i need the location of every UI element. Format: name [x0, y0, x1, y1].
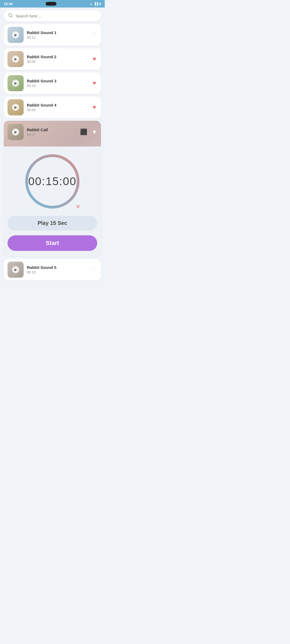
sound-info-5: Rabbit Sound 5 00:15 — [27, 265, 86, 274]
sound-info-4: Rabbit Sound 4 00:04 — [27, 103, 88, 112]
timer-display: 00:15:00 — [28, 175, 77, 188]
play-btn-4[interactable]: ▶ — [12, 104, 19, 111]
favorite-btn-1[interactable]: ♡ — [90, 30, 97, 39]
signal-icon: ▐▐ — [94, 2, 98, 5]
stop-btn[interactable]: ⬛ — [79, 127, 88, 137]
sound-item-1[interactable]: ▶ Rabbit Sound 1 00:12 ♡ — [4, 24, 101, 46]
favorite-btn-call[interactable]: ♥ — [92, 127, 97, 137]
play-btn-3[interactable]: ▶ — [12, 80, 19, 87]
sound-duration-5: 00:15 — [27, 270, 86, 274]
favorite-btn-5[interactable]: ♡ — [90, 265, 97, 274]
sound-thumb-4: ▶ — [8, 99, 24, 115]
main-content: ▶ Rabbit Sound 1 00:12 ♡ ▶ Rabbit Sound … — [0, 8, 105, 284]
sound-item-3[interactable]: ▶ Rabbit Sound 3 00:15 ♥ — [4, 72, 101, 94]
wifi-icon: ▲ — [90, 2, 93, 5]
close-timer-btn[interactable]: ✕ — [76, 203, 80, 210]
play-btn-call[interactable]: ▶ — [12, 129, 19, 136]
favorite-btn-3[interactable]: ♥ — [92, 79, 97, 88]
active-card-header: ▶ Rabbit Call 00:07 ⬛ ♥ — [4, 121, 101, 143]
search-icon — [8, 13, 13, 19]
sound-name-3: Rabbit Sound 3 — [27, 79, 88, 83]
status-icons: ▲ ▐▐ ▮ — [90, 2, 101, 6]
sound-duration-3: 00:15 — [27, 84, 88, 88]
timer-ring: 00:15:00 ✕ — [23, 152, 82, 211]
sound-name-4: Rabbit Sound 4 — [27, 103, 88, 107]
sound-duration-2: 00:04 — [27, 60, 88, 64]
sound-thumb-2: ▶ — [8, 51, 24, 67]
sound-item-2[interactable]: ▶ Rabbit Sound 2 00:04 ♥ — [4, 48, 101, 70]
sound-thumb-3: ▶ — [8, 75, 24, 91]
sound-item-4[interactable]: ▶ Rabbit Sound 4 00:04 ♥ — [4, 97, 101, 118]
play-btn-1[interactable]: ▶ — [12, 31, 19, 38]
sound-duration-4: 00:04 — [27, 108, 88, 112]
sound-name-5: Rabbit Sound 5 — [27, 265, 86, 270]
status-time: 10:46 — [4, 2, 13, 6]
favorite-btn-4[interactable]: ♥ — [92, 103, 97, 112]
sound-info-call: Rabbit Call 00:07 — [27, 127, 76, 137]
search-bar[interactable] — [4, 10, 101, 21]
svg-line-1 — [12, 16, 13, 17]
sound-duration-1: 00:12 — [27, 35, 86, 39]
svg-point-0 — [9, 14, 12, 17]
sound-name-1: Rabbit Sound 1 — [27, 30, 86, 35]
play-btn-2[interactable]: ▶ — [12, 56, 19, 63]
play-15-sec-button[interactable]: Play 15 Sec — [8, 216, 97, 230]
status-bar: 10:46 ▲ ▐▐ ▮ — [0, 0, 105, 8]
favorite-btn-2[interactable]: ♥ — [92, 54, 97, 64]
sound-thumb-call: ▶ — [8, 124, 24, 140]
sound-thumb-1: ▶ — [8, 27, 24, 43]
sound-info-1: Rabbit Sound 1 00:12 — [27, 30, 86, 39]
sound-item-5[interactable]: ▶ Rabbit Sound 5 00:15 ♡ — [4, 259, 101, 280]
sound-thumb-5: ▶ — [8, 262, 24, 278]
active-sound-card[interactable]: ▶ Rabbit Call 00:07 ⬛ ♥ — [4, 121, 101, 256]
timer-section: 00:15:00 ✕ Play 15 Sec Start — [4, 147, 101, 256]
search-input[interactable] — [16, 14, 97, 18]
battery-icon: ▮ — [99, 2, 101, 6]
sound-duration-call: 00:07 — [27, 133, 76, 137]
camera-pill — [46, 2, 56, 6]
sound-info-2: Rabbit Sound 2 00:04 — [27, 54, 88, 64]
sound-info-3: Rabbit Sound 3 00:15 — [27, 79, 88, 88]
sound-name-2: Rabbit Sound 2 — [27, 54, 88, 59]
play-btn-5[interactable]: ▶ — [12, 266, 19, 273]
start-button[interactable]: Start — [8, 235, 97, 251]
sound-name-call: Rabbit Call — [27, 127, 76, 132]
